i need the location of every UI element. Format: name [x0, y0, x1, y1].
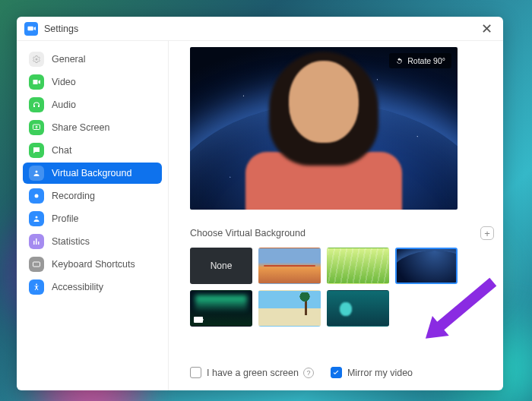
background-option-aurora[interactable]	[190, 290, 252, 327]
sidebar-item-statistics[interactable]: Statistics	[23, 231, 162, 252]
sidebar-item-video[interactable]: Video	[23, 71, 162, 93]
background-option-grass[interactable]	[327, 248, 389, 284]
checkbox-checked-icon	[331, 367, 342, 378]
rotate-icon	[395, 57, 404, 65]
video-indicator-icon	[194, 317, 203, 323]
background-option-earth[interactable]	[395, 248, 458, 284]
rotate-label: Rotate 90°	[407, 56, 445, 65]
sidebar-item-audio[interactable]: Audio	[23, 94, 162, 115]
help-icon[interactable]: ?	[303, 368, 314, 378]
svg-point-3	[35, 194, 39, 198]
sidebar-item-label: Keyboard Shortcuts	[52, 259, 135, 270]
background-thumbnails: None	[190, 248, 464, 327]
sidebar-item-share-screen[interactable]: Share Screen	[23, 117, 162, 138]
virtual-background-icon	[29, 166, 44, 181]
sidebar-item-chat[interactable]: Chat	[23, 140, 162, 161]
background-option-none[interactable]: None	[190, 248, 252, 284]
sidebar-item-recording[interactable]: Recording	[23, 185, 162, 207]
sidebar-item-label: Recording	[52, 191, 95, 201]
svg-point-0	[36, 58, 38, 61]
sidebar-item-label: General	[52, 54, 85, 65]
accessibility-icon	[29, 279, 44, 295]
background-option-underwater[interactable]	[327, 290, 389, 327]
green-screen-checkbox[interactable]: I have a green screen ?	[190, 367, 314, 378]
sidebar-item-label: Video	[52, 77, 76, 87]
zoom-icon	[24, 22, 38, 36]
checkbox-icon	[190, 367, 201, 378]
sidebar-item-profile[interactable]: Profile	[23, 208, 162, 229]
svg-point-2	[36, 171, 38, 173]
headphones-icon	[29, 97, 44, 112]
sidebar-item-label: Chat	[52, 145, 71, 156]
settings-sidebar: General Video Audio Share Screen Chat Vi…	[17, 41, 169, 390]
svg-point-4	[36, 216, 38, 219]
close-button[interactable]: ✕	[478, 22, 496, 36]
none-label: None	[211, 260, 233, 271]
window-title: Settings	[44, 24, 478, 34]
choose-background-label: Choose Virtual Background	[190, 228, 306, 238]
sidebar-item-label: Profile	[52, 213, 78, 224]
add-background-button[interactable]: +	[480, 226, 494, 240]
sidebar-item-keyboard-shortcuts[interactable]: Keyboard Shortcuts	[23, 254, 162, 275]
virtual-background-panel: Rotate 90° Choose Virtual Background + N…	[169, 41, 503, 390]
sidebar-item-label: Audio	[52, 99, 76, 110]
rotate-90-button[interactable]: Rotate 90°	[389, 53, 451, 68]
chat-icon	[29, 143, 44, 158]
svg-rect-5	[33, 262, 40, 267]
background-option-bridge[interactable]	[258, 248, 321, 284]
sidebar-item-virtual-background[interactable]: Virtual Background	[23, 163, 162, 184]
sidebar-item-general[interactable]: General	[23, 49, 162, 70]
sidebar-item-label: Share Screen	[52, 122, 109, 133]
settings-window: Settings ✕ General Video Audio Share Scr…	[17, 17, 503, 390]
title-bar: Settings ✕	[17, 17, 503, 41]
profile-icon	[29, 211, 44, 226]
sidebar-item-label: Virtual Background	[52, 168, 131, 178]
mirror-video-label: Mirror my video	[347, 368, 413, 378]
recording-icon	[29, 188, 44, 204]
gear-icon	[29, 52, 44, 67]
share-screen-icon	[29, 120, 44, 135]
sidebar-item-label: Accessibility	[52, 282, 103, 292]
video-preview: Rotate 90°	[190, 47, 458, 210]
keyboard-icon	[29, 257, 44, 272]
sidebar-item-label: Statistics	[52, 236, 90, 247]
statistics-icon	[29, 234, 44, 249]
svg-point-6	[36, 284, 37, 286]
sidebar-item-accessibility[interactable]: Accessibility	[23, 276, 162, 298]
green-screen-label: I have a green screen	[207, 368, 299, 378]
video-icon	[29, 74, 44, 90]
background-option-beach[interactable]	[258, 290, 321, 327]
mirror-video-checkbox[interactable]: Mirror my video	[331, 367, 413, 378]
